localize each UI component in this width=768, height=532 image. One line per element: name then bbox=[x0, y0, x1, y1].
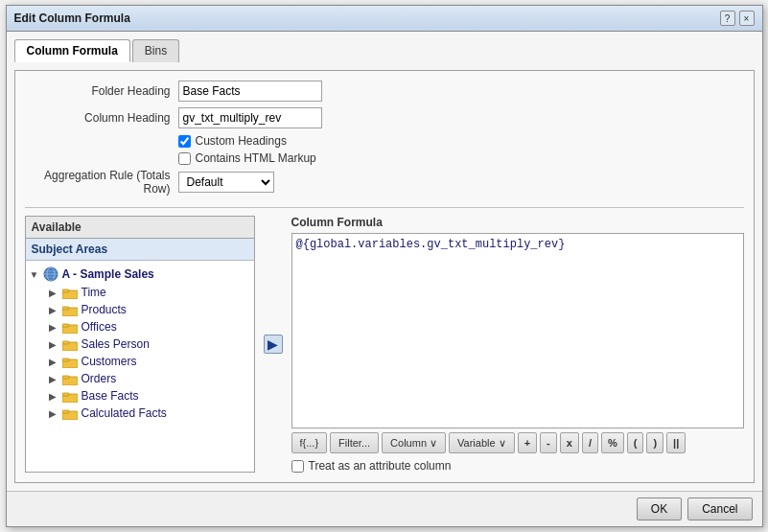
svg-rect-14 bbox=[62, 359, 69, 361]
tree-item-time[interactable]: ▶ Time bbox=[49, 284, 250, 301]
html-markup-row: Contains HTML Markup bbox=[178, 151, 744, 165]
column-formula-header: Column Formula bbox=[291, 216, 744, 229]
dialog-footer: OK Cancel bbox=[7, 491, 762, 526]
folder-heading-row: Folder Heading bbox=[25, 81, 744, 102]
left-panel: Available Subject Areas ▼ bbox=[25, 216, 255, 473]
base-facts-arrow[interactable]: ▶ bbox=[49, 391, 62, 402]
tree-label-orders: Orders bbox=[81, 372, 117, 385]
multiply-button[interactable]: x bbox=[560, 432, 579, 453]
offices-arrow[interactable]: ▶ bbox=[49, 322, 62, 333]
html-markup-label: Contains HTML Markup bbox=[196, 151, 316, 165]
tab-bins[interactable]: Bins bbox=[132, 39, 179, 62]
close-icon[interactable]: × bbox=[739, 11, 755, 26]
tree-item-base-facts[interactable]: ▶ Base Facts bbox=[49, 387, 250, 405]
tree-item-calculated-facts[interactable]: ▶ Calculated Facts bbox=[49, 405, 250, 422]
formula-textarea[interactable]: @{global.variables.gv_txt_multiply_rev} bbox=[291, 233, 744, 428]
tree-item-sales-person[interactable]: ▶ Sales Person bbox=[49, 335, 250, 353]
tab-column-formula[interactable]: Column Formula bbox=[14, 39, 130, 62]
tree-item-orders[interactable]: ▶ Orders bbox=[49, 370, 250, 387]
folder-icon-calculated-facts bbox=[62, 407, 78, 420]
customers-arrow[interactable]: ▶ bbox=[49, 357, 62, 367]
tree-label-sales-person: Sales Person bbox=[81, 337, 150, 351]
tree-item-offices[interactable]: ▶ Offices bbox=[49, 318, 250, 335]
tree-children: ▶ Time ▶ bbox=[49, 284, 250, 422]
edit-column-formula-dialog: Edit Column Formula ? × Column Formula B… bbox=[6, 5, 763, 527]
main-area: Available Subject Areas ▼ bbox=[25, 216, 744, 473]
orders-arrow[interactable]: ▶ bbox=[49, 374, 62, 384]
divide-button[interactable]: / bbox=[582, 432, 598, 453]
time-arrow[interactable]: ▶ bbox=[49, 288, 62, 298]
help-icon[interactable]: ? bbox=[720, 11, 735, 26]
tree-label-time: Time bbox=[81, 286, 106, 299]
folder-icon-base-facts bbox=[62, 390, 78, 403]
column-heading-input[interactable] bbox=[178, 107, 322, 128]
concat-button[interactable]: || bbox=[666, 432, 686, 453]
tree-label-products: Products bbox=[81, 303, 127, 316]
cancel-button[interactable]: Cancel bbox=[687, 497, 752, 520]
folder-icon-orders bbox=[62, 373, 78, 385]
tree-item-products[interactable]: ▶ Products bbox=[49, 301, 250, 318]
svg-rect-8 bbox=[62, 307, 69, 310]
folder-icon-products bbox=[62, 304, 78, 316]
tab-content-column-formula: Folder Heading Column Heading Custom Hea… bbox=[14, 70, 755, 483]
plus-button[interactable]: + bbox=[518, 432, 537, 453]
formula-toolbar: f{...} Filter... Column ∨ Variable ∨ + -… bbox=[291, 432, 744, 453]
tree-label-customers: Customers bbox=[81, 355, 137, 368]
custom-headings-row: Custom Headings bbox=[178, 134, 744, 148]
arrow-button-wrapper: ▶ bbox=[263, 335, 284, 354]
svg-rect-12 bbox=[62, 341, 69, 344]
tabs-bar: Column Formula Bins bbox=[14, 39, 755, 62]
open-paren-button[interactable]: ( bbox=[627, 432, 644, 453]
svg-rect-18 bbox=[62, 393, 69, 396]
svg-rect-6 bbox=[62, 289, 69, 292]
sales-person-arrow[interactable]: ▶ bbox=[49, 339, 62, 350]
variable-button[interactable]: Variable ∨ bbox=[449, 432, 515, 453]
treat-as-attribute-checkbox[interactable] bbox=[291, 460, 304, 473]
available-header: Available bbox=[26, 217, 254, 239]
divider bbox=[25, 207, 744, 208]
products-arrow[interactable]: ▶ bbox=[49, 305, 62, 315]
folder-icon-customers bbox=[62, 356, 78, 368]
svg-rect-20 bbox=[62, 410, 69, 413]
treat-as-attribute-label: Treat as an attribute column bbox=[309, 459, 452, 473]
minus-button[interactable]: - bbox=[540, 432, 557, 453]
right-panel: Column Formula @{global.variables.gv_txt… bbox=[291, 216, 744, 473]
insert-arrow-button[interactable]: ▶ bbox=[264, 335, 283, 354]
tree-label-calculated-facts: Calculated Facts bbox=[81, 406, 167, 420]
folder-icon-sales-person bbox=[62, 338, 78, 351]
aggregation-select-wrapper: Default Sum Avg Min Max Count None bbox=[178, 172, 274, 193]
column-button[interactable]: Column ∨ bbox=[382, 432, 446, 453]
treat-as-attribute-row: Treat as an attribute column bbox=[291, 459, 744, 473]
column-heading-label: Column Heading bbox=[25, 111, 178, 125]
close-paren-button[interactable]: ) bbox=[646, 432, 663, 453]
dialog-title-icons: ? × bbox=[720, 11, 755, 26]
folder-icon-offices bbox=[62, 321, 78, 334]
subject-areas-header: Subject Areas bbox=[26, 239, 254, 261]
aggregation-label: Aggregation Rule (Totals Row) bbox=[25, 169, 178, 196]
custom-headings-checkbox[interactable] bbox=[178, 135, 191, 148]
tree-label-offices: Offices bbox=[81, 320, 117, 334]
filter-button[interactable]: Filter... bbox=[330, 432, 379, 453]
folder-heading-label: Folder Heading bbox=[25, 84, 178, 98]
root-label: A - Sample Sales bbox=[62, 267, 154, 281]
percent-button[interactable]: % bbox=[601, 432, 624, 453]
dialog-title: Edit Column Formula bbox=[14, 12, 130, 25]
dialog-body: Column Formula Bins Folder Heading Colum… bbox=[7, 32, 762, 491]
aggregation-select[interactable]: Default Sum Avg Min Max Count None bbox=[178, 172, 274, 193]
dialog-titlebar: Edit Column Formula ? × bbox=[7, 6, 762, 32]
tree-root-item[interactable]: ▼ A - Sample bbox=[30, 265, 250, 284]
ok-button[interactable]: OK bbox=[637, 497, 682, 520]
aggregation-row: Aggregation Rule (Totals Row) Default Su… bbox=[25, 169, 744, 196]
html-markup-checkbox[interactable] bbox=[178, 152, 191, 165]
fx-button[interactable]: f{...} bbox=[291, 432, 328, 453]
custom-headings-label: Custom Headings bbox=[196, 134, 287, 148]
svg-rect-10 bbox=[62, 324, 69, 327]
root-expand-arrow[interactable]: ▼ bbox=[30, 269, 43, 280]
tree-label-base-facts: Base Facts bbox=[81, 389, 139, 403]
tree-area[interactable]: ▼ A - Sample bbox=[26, 261, 254, 472]
column-heading-row: Column Heading bbox=[25, 107, 744, 128]
tree-item-customers[interactable]: ▶ Customers bbox=[49, 353, 250, 370]
folder-heading-input[interactable] bbox=[178, 81, 322, 102]
globe-icon bbox=[43, 266, 58, 282]
calculated-facts-arrow[interactable]: ▶ bbox=[49, 408, 62, 419]
